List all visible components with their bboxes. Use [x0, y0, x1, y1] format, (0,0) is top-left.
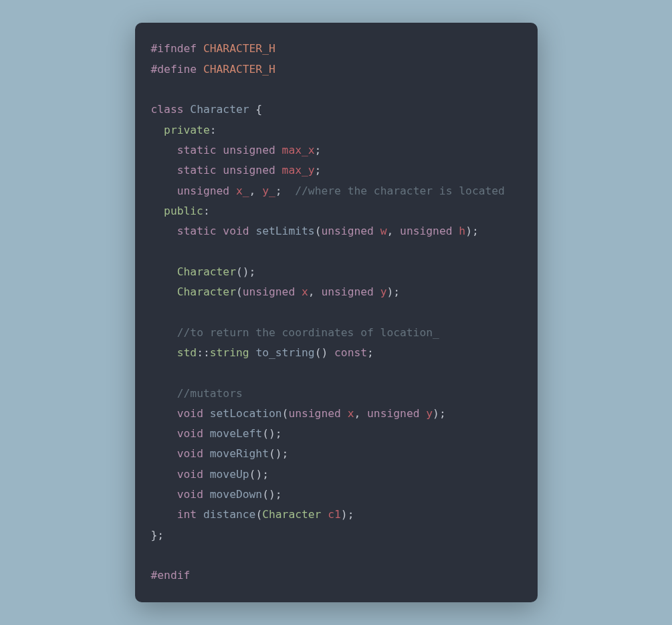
func-distance: distance [203, 508, 255, 521]
classname: Character [190, 103, 249, 116]
macro-guard-1: CHARACTER_H [203, 42, 275, 55]
macro-guard-2: CHARACTER_H [203, 63, 275, 76]
ident-c1: c1 [328, 508, 341, 521]
lp-3: ( [236, 285, 243, 298]
rp-10: ) [341, 508, 348, 521]
semi-3: ; [275, 184, 282, 197]
kw-static-2: static [177, 164, 217, 176]
comma-4: , [354, 407, 360, 420]
lp-9: ( [262, 488, 269, 501]
type-character: Character [262, 508, 321, 521]
pre-ifndef: #ifndef [151, 42, 197, 55]
lbrace: { [249, 103, 263, 116]
kw-int: int [177, 508, 197, 521]
semi-2: ; [315, 164, 322, 176]
ident-w: w [380, 225, 387, 237]
kw-unsigned-3: unsigned [177, 184, 229, 197]
func-movedown: moveDown [210, 488, 262, 501]
code-block: #ifndef CHARACTER_H #define CHARACTER_H … [135, 23, 538, 602]
ident-y-2: y [426, 407, 433, 420]
semi-9: ; [275, 427, 282, 440]
ident-maxy: max_y [282, 164, 315, 176]
rp-9: ) [269, 488, 275, 501]
func-moveright: moveRight [210, 447, 269, 460]
ident-y_: y_ [262, 184, 275, 197]
public-access: public [164, 205, 203, 217]
private-access: private [164, 124, 210, 136]
semi-11: ; [262, 468, 269, 481]
lp-8: ( [249, 468, 256, 481]
kw-unsigned-1: unsigned [223, 144, 275, 156]
kw-unsigned-8: unsigned [288, 407, 340, 420]
kw-void-1: void [223, 225, 249, 237]
kw-static-3: static [177, 225, 217, 237]
code-content: #ifndef CHARACTER_H #define CHARACTER_H … [151, 39, 522, 586]
comma-1: , [249, 184, 256, 197]
semi-4: ; [472, 225, 479, 237]
colon-1: : [210, 124, 217, 136]
kw-class: class [151, 103, 184, 116]
ident-y-1: y [380, 285, 387, 298]
ctor-1: Character [177, 265, 236, 278]
func-setlocation: setLocation [210, 407, 282, 420]
semi-8: ; [439, 407, 446, 420]
comma-2: , [386, 225, 393, 237]
semi-10: ; [282, 447, 289, 460]
ns-std: std [177, 346, 197, 359]
ident-maxx: max_x [282, 144, 315, 156]
lp-4: ( [315, 346, 322, 359]
comma-3: , [308, 285, 315, 298]
rp-6: ) [269, 427, 275, 440]
kw-unsigned-6: unsigned [243, 285, 295, 298]
pre-endif: #endif [151, 569, 191, 582]
semi-5: ; [249, 265, 256, 278]
comment-loc: //where the character is located [295, 184, 505, 197]
lp-2: ( [236, 265, 243, 278]
kw-unsigned-9: unsigned [367, 407, 419, 420]
func-moveleft: moveLeft [210, 427, 262, 440]
semi-13: ; [348, 508, 354, 521]
kw-unsigned-5: unsigned [400, 225, 452, 237]
colon-2: : [203, 205, 210, 217]
lp-5: ( [282, 407, 289, 420]
kw-unsigned-2: unsigned [223, 164, 275, 176]
func-tostring: to_string [255, 346, 314, 359]
scopeop: :: [197, 346, 210, 359]
rp-3: ) [386, 285, 393, 298]
ident-x-1: x [302, 285, 308, 298]
func-moveup: moveUp [210, 468, 249, 481]
kw-unsigned-4: unsigned [321, 225, 373, 237]
ident-x-2: x [348, 407, 354, 420]
kw-void-5: void [177, 468, 203, 481]
rp-5: ) [433, 407, 439, 420]
rbrace-semi: }; [151, 529, 164, 541]
lp-10: ( [255, 508, 262, 521]
kw-void-2: void [177, 407, 203, 420]
kw-void-3: void [177, 427, 203, 440]
semi-7: ; [367, 346, 374, 359]
semi-12: ; [275, 488, 282, 501]
ident-x_: x_ [236, 184, 249, 197]
lp-1: ( [315, 225, 322, 237]
type-string: string [210, 346, 249, 359]
semi-6: ; [393, 285, 400, 298]
kw-void-4: void [177, 447, 203, 460]
kw-static-1: static [177, 144, 217, 156]
func-setlimits: setLimits [255, 225, 314, 237]
lp-7: ( [269, 447, 275, 460]
semi-1: ; [315, 144, 322, 156]
rp-2: ) [243, 265, 249, 278]
rp-4: ) [321, 346, 328, 359]
kw-unsigned-7: unsigned [321, 285, 373, 298]
comment-ret: //to return the coordinates of location_ [177, 326, 439, 339]
rp-8: ) [255, 468, 262, 481]
rp-7: ) [275, 447, 282, 460]
ident-h: h [459, 225, 465, 237]
ctor-2: Character [177, 285, 236, 298]
kw-const: const [334, 346, 367, 359]
comment-mut: //mutators [177, 387, 243, 400]
kw-void-6: void [177, 488, 203, 501]
lp-6: ( [262, 427, 269, 440]
pre-define: #define [151, 63, 197, 76]
rp-1: ) [465, 225, 472, 237]
